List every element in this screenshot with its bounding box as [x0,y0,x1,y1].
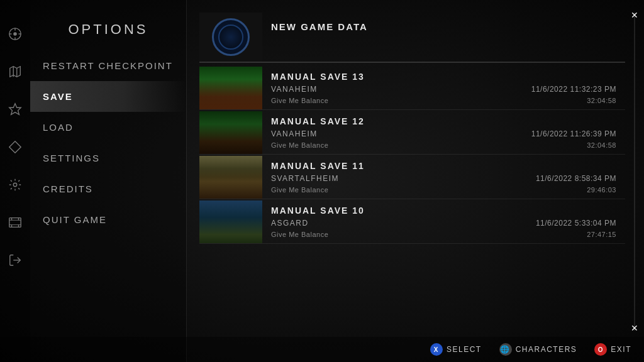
save-difficulty-row-13: Give Me Balance 32:04:58 [271,97,616,104]
diamond-icon [6,138,24,156]
save-difficulty-row-11: Give Me Balance 29:46:03 [271,186,616,194]
exit-action[interactable]: O EXIT [594,343,631,356]
save-location-10: ASGARD [271,219,309,228]
save-location-12: VANAHEIM [271,129,318,138]
scroll-bottom-icon: ✕ [631,323,638,333]
map-icon [6,63,24,80]
save-info-11: MANUAL SAVE 11 SVARTALFHEIM 11/6/2022 8:… [262,156,625,199]
characters-label: CHARACTERS [516,345,577,354]
save-difficulty-row-10: Give Me Balance 27:47:15 [271,231,616,238]
sidebar-icons [0,0,30,362]
select-label: SELECT [447,345,482,354]
save-slot-new-game[interactable]: NEW GAME DATA [199,13,625,63]
save-title-13: MANUAL SAVE 13 [271,72,616,82]
save-meta-11: SVARTALFHEIM 11/6/2022 8:58:34 PM [271,174,616,183]
save-location-11: SVARTALFHEIM [271,174,339,183]
save-playtime-13: 32:04:58 [587,97,616,104]
svg-rect-11 [9,218,21,228]
save-meta-12: VANAHEIM 11/6/2022 11:26:39 PM [271,129,616,138]
gear-icon [6,176,24,194]
save-datetime-13: 11/6/2022 11:32:23 PM [531,85,616,94]
save-datetime-10: 11/6/2022 5:33:04 PM [536,219,616,228]
nav-item-restart-checkpoint[interactable]: RESTART CHECKPOINT [30,50,186,81]
svg-point-10 [13,183,17,187]
logo-inner [218,25,243,50]
compass-icon [6,25,24,43]
nav-item-quit-game[interactable]: QUIT GAME [30,204,186,235]
nav-item-load[interactable]: LOAD [30,112,186,143]
globe-button[interactable]: 🌐 [499,343,512,356]
nav-item-settings[interactable]: SETTINGS [30,143,186,173]
save-thumbnail-13 [199,67,262,109]
save-thumbnail-new [199,13,262,62]
save-datetime-12: 11/6/2022 11:26:39 PM [531,129,616,138]
content-area: NEW GAME DATA MANUAL SAVE 13 VANAHEIM 11… [187,0,644,362]
save-info-new: NEW GAME DATA [262,13,625,62]
save-slot-10[interactable]: MANUAL SAVE 10 ASGARD 11/6/2022 5:33:04 … [199,200,625,244]
save-datetime-11: 11/6/2022 8:58:34 PM [536,174,616,183]
characters-action[interactable]: 🌐 CHARACTERS [499,343,577,356]
save-info-13: MANUAL SAVE 13 VANAHEIM 11/6/2022 11:32:… [262,67,625,109]
nav-item-save[interactable]: SAVE [30,81,186,112]
save-difficulty-row-12: Give Me Balance 32:04:58 [271,141,616,149]
save-title-11: MANUAL SAVE 11 [271,161,616,171]
logo-circle [212,18,250,56]
exit-label: EXIT [611,345,631,354]
save-thumbnail-12 [199,111,262,154]
save-playtime-11: 29:46:03 [587,186,616,194]
save-slot-11[interactable]: MANUAL SAVE 11 SVARTALFHEIM 11/6/2022 8:… [199,156,625,199]
page-title: OPTIONS [30,13,186,50]
select-action[interactable]: X SELECT [430,343,482,356]
bottom-bar: X SELECT 🌐 CHARACTERS O EXIT [0,337,644,362]
main-layout: OPTIONS RESTART CHECKPOINT SAVE LOAD SET… [0,0,644,362]
save-thumbnail-11 [199,156,262,199]
save-difficulty-13: Give Me Balance [271,97,328,104]
scroll-track: ✕ ✕ [634,13,635,331]
save-playtime-12: 32:04:58 [587,141,616,149]
film-icon [6,214,24,231]
o-button[interactable]: O [594,343,607,356]
svg-marker-9 [9,141,21,153]
save-title-12: MANUAL SAVE 12 [271,116,616,126]
nav-menu: OPTIONS RESTART CHECKPOINT SAVE LOAD SET… [30,0,186,362]
save-title-10: MANUAL SAVE 10 [271,206,616,216]
save-playtime-10: 27:47:15 [587,231,616,238]
save-difficulty-11: Give Me Balance [271,186,328,194]
save-meta-10: ASGARD 11/6/2022 5:33:04 PM [271,219,616,228]
save-meta-13: VANAHEIM 11/6/2022 11:32:23 PM [271,85,616,94]
save-slot-13[interactable]: MANUAL SAVE 13 VANAHEIM 11/6/2022 11:32:… [199,67,625,110]
save-info-12: MANUAL SAVE 12 VANAHEIM 11/6/2022 11:26:… [262,111,625,154]
scroll-top-icon: ✕ [631,10,638,20]
save-difficulty-10: Give Me Balance [271,231,328,238]
save-thumbnail-10 [199,200,262,243]
svg-point-1 [13,32,17,36]
x-button[interactable]: X [430,343,443,356]
save-location-13: VANAHEIM [271,85,318,94]
save-info-10: MANUAL SAVE 10 ASGARD 11/6/2022 5:33:04 … [262,200,625,243]
svg-marker-8 [9,104,21,114]
exit-icon [6,251,24,269]
save-difficulty-12: Give Me Balance [271,141,328,149]
nav-item-credits[interactable]: CREDITS [30,173,186,204]
character-icon [6,101,24,118]
save-title-new: NEW GAME DATA [271,18,616,32]
save-slot-12[interactable]: MANUAL SAVE 12 VANAHEIM 11/6/2022 11:26:… [199,111,625,155]
